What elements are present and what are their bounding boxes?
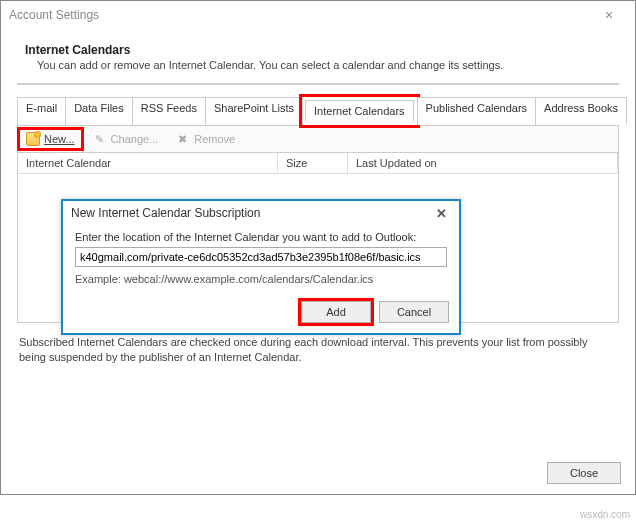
toolbar: New... ✎ Change... ✖ Remove [17, 126, 619, 153]
close-button[interactable]: Close [547, 462, 621, 484]
dialog-body: Enter the location of the Internet Calen… [63, 225, 459, 295]
change-button-label: Change... [111, 133, 159, 145]
column-header-internet-calendar[interactable]: Internet Calendar [18, 153, 278, 174]
new-icon [26, 132, 40, 146]
dialog-close-button[interactable]: ✕ [431, 206, 451, 221]
footer-note: Subscribed Internet Calendars are checke… [19, 335, 617, 365]
dialog-example: Example: webcal://www.example.com/calend… [75, 273, 447, 285]
tab-published-calendars[interactable]: Published Calendars [417, 97, 537, 125]
cancel-button[interactable]: Cancel [379, 301, 449, 323]
dialog-title: New Internet Calendar Subscription [71, 206, 260, 220]
tab-datafiles[interactable]: Data Files [65, 97, 133, 125]
tab-sharepoint[interactable]: SharePoint Lists [205, 97, 303, 125]
account-settings-window: Account Settings × Internet Calendars Yo… [0, 0, 636, 495]
add-button[interactable]: Add [301, 301, 371, 323]
remove-button-label: Remove [194, 133, 235, 145]
remove-button: ✖ Remove [172, 131, 241, 147]
divider [17, 83, 619, 85]
new-button-label: New... [44, 133, 75, 145]
highlight-new: New... [17, 127, 84, 151]
highlight-add: Add [298, 298, 374, 326]
column-header-size[interactable]: Size [278, 153, 348, 174]
new-subscription-dialog: New Internet Calendar Subscription ✕ Ent… [61, 199, 461, 335]
dialog-buttons: Add Cancel [63, 295, 459, 333]
titlebar: Account Settings × [1, 1, 635, 29]
calendar-url-input[interactable] [75, 247, 447, 267]
tabstrip: E-mail Data Files RSS Feeds SharePoint L… [17, 97, 619, 126]
tab-address-books[interactable]: Address Books [535, 97, 627, 125]
change-button: ✎ Change... [89, 131, 165, 147]
section-title: Internet Calendars [25, 43, 619, 57]
watermark: wsxdn.com [580, 509, 630, 520]
column-header-last-updated[interactable]: Last Updated on [348, 153, 618, 174]
tab-rssfeeds[interactable]: RSS Feeds [132, 97, 206, 125]
highlight-internet-calendars: Internet Calendars [299, 94, 420, 128]
tab-email[interactable]: E-mail [17, 97, 66, 125]
list-header: Internet Calendar Size Last Updated on [18, 153, 618, 174]
dialog-prompt: Enter the location of the Internet Calen… [75, 231, 447, 243]
remove-icon: ✖ [178, 133, 190, 145]
change-icon: ✎ [95, 133, 107, 145]
tab-internet-calendars[interactable]: Internet Calendars [305, 100, 414, 122]
window-close-button[interactable]: × [591, 7, 627, 23]
new-button[interactable]: New... [20, 130, 81, 148]
window-title: Account Settings [9, 8, 99, 22]
section-description: You can add or remove an Internet Calend… [37, 59, 619, 71]
dialog-titlebar: New Internet Calendar Subscription ✕ [63, 201, 459, 225]
